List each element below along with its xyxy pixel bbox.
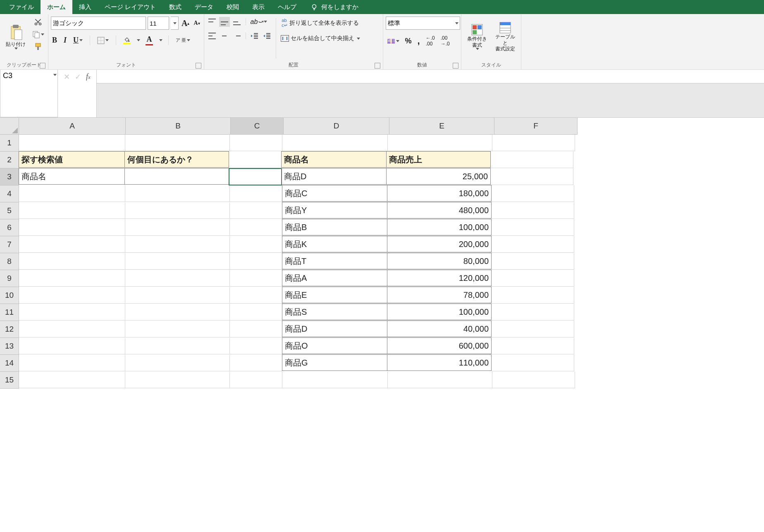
cell-C15[interactable] — [230, 372, 282, 388]
tab-data[interactable]: データ — [188, 0, 220, 14]
cell-C5[interactable] — [230, 202, 282, 219]
phonetic-button[interactable]: ア 亜 — [174, 37, 191, 44]
name-box-input[interactable] — [0, 70, 51, 82]
chevron-down-icon[interactable] — [53, 74, 57, 76]
cell-D5[interactable]: 商品Y — [282, 202, 387, 218]
cell-A4[interactable] — [19, 185, 125, 202]
cell-D12[interactable]: 商品D — [282, 321, 387, 337]
cell-F8[interactable] — [492, 253, 574, 270]
cell-E5[interactable]: 480,000 — [387, 202, 492, 218]
font-size-dropdown[interactable] — [171, 17, 179, 30]
row-header-13[interactable]: 13 — [0, 338, 19, 355]
cell-C7[interactable] — [230, 236, 282, 253]
column-header-B[interactable]: B — [126, 118, 231, 135]
chevron-down-icon[interactable] — [137, 39, 140, 41]
cell-A5[interactable] — [19, 202, 125, 219]
formula-input[interactable] — [97, 70, 764, 83]
bold-button[interactable]: B — [51, 35, 58, 46]
cell-E2[interactable]: 商品売上 — [386, 151, 491, 168]
cell-E13[interactable]: 600,000 — [387, 337, 492, 354]
name-box[interactable] — [0, 70, 58, 117]
tab-help[interactable]: ヘルプ — [271, 0, 303, 14]
align-bottom-button[interactable] — [232, 17, 242, 27]
number-format-select[interactable] — [386, 17, 460, 30]
tab-formulas[interactable]: 数式 — [162, 0, 188, 14]
cell-E11[interactable]: 100,000 — [387, 304, 492, 320]
cell-A12[interactable] — [19, 321, 125, 337]
cell-D2[interactable]: 商品名 — [281, 151, 387, 168]
cell-D14[interactable]: 商品G — [282, 354, 387, 371]
cell-F11[interactable] — [492, 304, 574, 321]
decrease-indent-button[interactable] — [249, 31, 260, 40]
row-header-11[interactable]: 11 — [0, 304, 19, 321]
format-painter-button[interactable] — [31, 41, 45, 52]
cell-C10[interactable] — [230, 287, 282, 304]
column-header-E[interactable]: E — [389, 118, 494, 135]
merge-center-button[interactable]: セルを結合して中央揃え — [279, 33, 361, 43]
underline-button[interactable]: U — [72, 35, 84, 46]
column-header-D[interactable]: D — [284, 118, 389, 135]
row-header-5[interactable]: 5 — [0, 202, 19, 219]
comma-button[interactable]: , — [416, 34, 421, 48]
cancel-formula-button[interactable]: ✕ — [64, 72, 70, 81]
dialog-launcher-icon[interactable] — [196, 63, 201, 69]
cell-E14[interactable]: 110,000 — [387, 354, 492, 371]
chevron-down-icon[interactable] — [455, 22, 458, 24]
cell-F15[interactable] — [492, 372, 575, 388]
align-right-button[interactable] — [232, 31, 242, 41]
cell-E10[interactable]: 78,000 — [387, 287, 492, 303]
cell-F12[interactable] — [492, 321, 574, 337]
cell-E8[interactable]: 80,000 — [387, 253, 492, 269]
row-header-4[interactable]: 4 — [0, 185, 19, 202]
cell-A1[interactable] — [19, 135, 125, 151]
row-header-1[interactable]: 1 — [0, 135, 19, 152]
cell-C6[interactable] — [230, 219, 282, 236]
select-all-corner[interactable] — [0, 118, 19, 135]
fill-color-button[interactable] — [122, 36, 132, 45]
cell-C8[interactable] — [230, 253, 282, 270]
cell-A3[interactable]: 商品名 — [19, 168, 125, 185]
format-as-table-button[interactable]: テーブルと 書式設定 — [492, 17, 518, 57]
cell-E6[interactable]: 100,000 — [387, 219, 492, 235]
cell-B7[interactable] — [125, 236, 230, 253]
cell-E12[interactable]: 40,000 — [387, 321, 492, 337]
font-size-input[interactable] — [148, 17, 169, 30]
cell-A13[interactable] — [19, 338, 125, 354]
cell-F4[interactable] — [492, 185, 574, 202]
cell-C1[interactable] — [230, 135, 282, 151]
tab-home[interactable]: ホーム — [41, 0, 72, 14]
tab-review[interactable]: 校閲 — [220, 0, 246, 14]
cell-F3[interactable] — [491, 169, 573, 185]
cell-D10[interactable]: 商品E — [282, 287, 387, 303]
row-header-3[interactable]: 3 — [0, 169, 19, 185]
cell-A11[interactable] — [19, 304, 125, 321]
cell-D7[interactable]: 商品K — [282, 236, 387, 252]
borders-button[interactable] — [96, 36, 110, 45]
cell-B2[interactable]: 何個目にあるか？ — [124, 151, 229, 168]
cell-C2[interactable] — [229, 152, 282, 168]
decrease-font-button[interactable]: A▾ — [192, 19, 201, 28]
cell-B3[interactable] — [124, 168, 229, 185]
row-header-15[interactable]: 15 — [0, 372, 19, 389]
dialog-launcher-icon[interactable] — [40, 63, 45, 69]
cut-button[interactable] — [31, 17, 45, 27]
cell-C3[interactable] — [229, 169, 282, 185]
cell-F9[interactable] — [492, 270, 574, 287]
cell-B8[interactable] — [125, 253, 230, 270]
tell-me[interactable]: 何をしますか — [310, 3, 358, 11]
column-header-F[interactable]: F — [494, 118, 578, 135]
cell-C12[interactable] — [230, 321, 282, 337]
cell-F10[interactable] — [492, 287, 574, 304]
align-left-button[interactable] — [207, 31, 217, 41]
cell-D9[interactable]: 商品A — [282, 270, 387, 286]
cell-B1[interactable] — [125, 135, 230, 151]
cell-E3[interactable]: 25,000 — [386, 168, 491, 185]
cell-A15[interactable] — [19, 372, 125, 388]
row-header-8[interactable]: 8 — [0, 253, 19, 270]
percent-button[interactable]: % — [404, 36, 413, 47]
row-header-14[interactable]: 14 — [0, 355, 19, 372]
cell-B5[interactable] — [125, 202, 230, 219]
row-header-2[interactable]: 2 — [0, 152, 19, 169]
cell-D1[interactable] — [282, 135, 388, 151]
cell-B4[interactable] — [125, 185, 230, 202]
